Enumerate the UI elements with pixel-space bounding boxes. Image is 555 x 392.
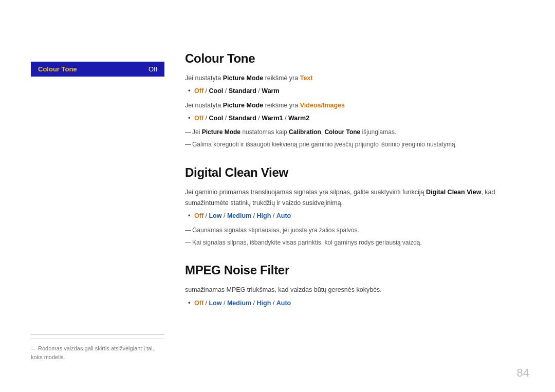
digital-clean-view-desc: Jei gaminio priimamas transliuojamas sig… — [185, 187, 524, 209]
digital-clean-view-options: Off / Low / Medium / High / Auto — [185, 211, 524, 221]
dcv-high: High — [257, 212, 271, 219]
mpeg-medium: Medium — [227, 300, 251, 307]
colour-tone-note: Colour Tone — [324, 128, 360, 136]
colour-tone-note-1: Jei Picture Mode nustatomas kaip Calibra… — [185, 127, 524, 137]
page-number: 84 — [517, 366, 529, 380]
cool-label-1: Cool — [209, 87, 223, 95]
mpeg-noise-filter-title: MPEG Noise Filter — [185, 263, 524, 277]
mpeg-low: Low — [209, 300, 221, 307]
mpeg-noise-filter-desc: sumažinamas MPEG triukšmas, kad vaizdas … — [185, 285, 524, 295]
colour-tone-options-text: Off / Cool / Standard / Warm — [185, 86, 524, 97]
text-highlight: Text — [300, 74, 313, 82]
calibration-note: Calibration — [289, 128, 321, 136]
off-label-2: Off — [194, 115, 203, 122]
dcv-highlight: Digital Clean View — [426, 189, 481, 196]
colour-tone-videos-mode: Jei nustatyta Picture Mode reikšmė yra V… — [185, 100, 524, 111]
sidebar-footnote: ― Rodomas vaizdas gali skirtis atsižvelg… — [31, 339, 164, 361]
standard-label-2: Standard — [229, 115, 256, 122]
standard-label-1: Standard — [229, 87, 256, 95]
sidebar-menu-item[interactable]: Colour Tone Off — [31, 62, 164, 77]
colour-tone-note-2: Galima koreguoti ir išsaugoti kiekvieną … — [185, 139, 524, 150]
dcv-note-1: Gaunamas signalas stipriausias, jei juos… — [185, 225, 524, 235]
warm2-label: Warm2 — [288, 115, 309, 122]
mpeg-auto: Auto — [276, 300, 291, 307]
colour-tone-options-videos: Off / Cool / Standard / Warm1 / Warm2 — [185, 113, 524, 124]
cool-label-2: Cool — [209, 115, 223, 122]
mpeg-option-item: Off / Low / Medium / High / Auto — [185, 298, 524, 309]
mpeg-noise-filter-section: MPEG Noise Filter sumažinamas MPEG triuk… — [185, 263, 524, 309]
colour-tone-title: Colour Tone — [185, 51, 524, 66]
picture-mode-bold-2: Picture Mode — [223, 102, 264, 109]
warm1-label: Warm1 — [262, 115, 283, 122]
picture-mode-bold-1: Picture Mode — [223, 74, 264, 82]
dcv-option-item: Off / Low / Medium / High / Auto — [185, 211, 524, 221]
sidebar-item-value: Off — [149, 65, 157, 73]
sidebar-item-label: Colour Tone — [38, 65, 77, 73]
dcv-off: Off — [194, 212, 203, 219]
digital-clean-view-title: Digital Clean View — [185, 165, 524, 180]
dcv-note-2: Kai signalas silpnas, išbandykite visas … — [185, 237, 524, 248]
dcv-auto: Auto — [276, 212, 291, 219]
sidebar: Colour Tone Off ― Rodomas vaizdas gali s… — [0, 31, 175, 371]
colour-tone-text-mode: Jei nustatyta Picture Mode reikšmė yra T… — [185, 73, 524, 84]
digital-clean-view-body: Jei gaminio priimamas transliuojamas sig… — [185, 187, 524, 248]
mpeg-noise-filter-options: Off / Low / Medium / High / Auto — [185, 298, 524, 309]
dcv-low: Low — [209, 212, 221, 219]
main-content: Colour Tone Jei nustatyta Picture Mode r… — [175, 31, 555, 371]
colour-tone-section: Colour Tone Jei nustatyta Picture Mode r… — [185, 51, 524, 150]
divider — [31, 334, 164, 334]
picture-mode-note: Picture Mode — [202, 128, 240, 136]
dcv-medium: Medium — [227, 212, 251, 219]
digital-clean-view-section: Digital Clean View Jei gaminio priimamas… — [185, 165, 524, 248]
option-item-videos: Off / Cool / Standard / Warm1 / Warm2 — [185, 113, 524, 124]
option-item: Off / Cool / Standard / Warm — [185, 86, 524, 97]
colour-tone-body: Jei nustatyta Picture Mode reikšmė yra T… — [185, 73, 524, 150]
mpeg-off: Off — [194, 300, 203, 307]
warm-label-1: Warm — [262, 87, 279, 95]
off-label-1: Off — [194, 87, 203, 95]
mpeg-high: High — [257, 300, 271, 307]
videos-highlight: Videos/Images — [300, 102, 345, 109]
sidebar-bottom: ― Rodomas vaizdas gali skirtis atsižvelg… — [31, 334, 159, 361]
mpeg-noise-filter-body: sumažinamas MPEG triukšmas, kad vaizdas … — [185, 285, 524, 309]
